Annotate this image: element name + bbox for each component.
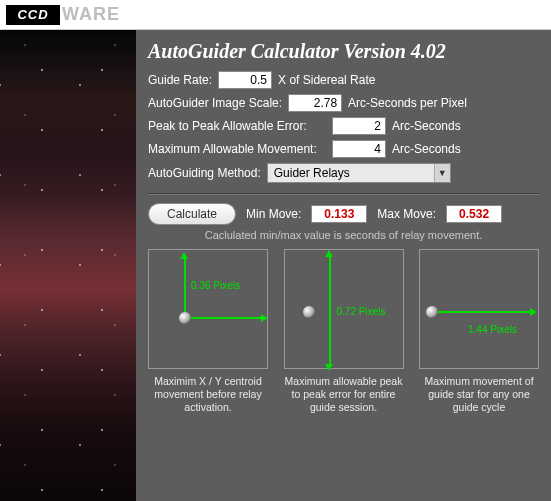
control-panel: AutoGuider Calculator Version 4.02 Guide…: [136, 30, 551, 501]
logo-boxed: CCD: [6, 5, 60, 25]
logo-bar: CCD WARE: [0, 0, 551, 30]
calculate-button[interactable]: Calculate: [148, 203, 236, 225]
nebula-image: [0, 30, 136, 501]
arrow-right-head-icon: [530, 308, 537, 316]
guide-rate-label: Guide Rate:: [148, 73, 212, 87]
arrow-up-head-icon: [180, 252, 188, 259]
chevron-down-icon: ▼: [434, 164, 450, 182]
separator: [148, 193, 539, 195]
page-title: AutoGuider Calculator Version 4.02: [148, 40, 539, 63]
arrow-vert: [329, 256, 331, 364]
arrow-up: [184, 258, 186, 312]
maxmove-input[interactable]: [332, 140, 386, 158]
star-icon: [179, 312, 191, 324]
diagram-a: 0.36 Pixels: [148, 249, 268, 369]
star-icon: [303, 306, 315, 318]
row-max-movement: Maximum Allowable Movement: Arc-Seconds: [148, 140, 539, 158]
guide-rate-suffix: X of Sidereal Rate: [278, 73, 375, 87]
min-move-label: Min Move:: [246, 207, 301, 221]
diagram-a-caption: Maximim X / Y centroid movement before r…: [148, 375, 268, 414]
method-label: AutoGuiding Method:: [148, 166, 261, 180]
p2p-suffix: Arc-Seconds: [392, 119, 461, 133]
image-scale-label: AutoGuider Image Scale:: [148, 96, 282, 110]
guide-rate-input[interactable]: [218, 71, 272, 89]
diagram-c-value: 1.44 Pixels: [468, 324, 517, 335]
max-move-label: Max Move:: [377, 207, 436, 221]
main: AutoGuider Calculator Version 4.02 Guide…: [0, 30, 551, 501]
calc-note: Caclulated min/max value is seconds of r…: [148, 229, 539, 241]
max-move-output: 0.532: [446, 205, 502, 223]
row-method: AutoGuiding Method: Guider Relays ▼: [148, 163, 539, 183]
diagram-c-caption: Maximum movement of guide star for any o…: [419, 375, 539, 414]
p2p-label: Peak to Peak Allowable Error:: [148, 119, 326, 133]
diagrams: 0.36 Pixels Maximim X / Y centroid movem…: [148, 249, 539, 414]
arrow-right: [438, 311, 530, 313]
p2p-input[interactable]: [332, 117, 386, 135]
min-move-output: 0.133: [311, 205, 367, 223]
diagram-c-col: 1.44 Pixels Maximum movement of guide st…: [419, 249, 539, 414]
row-guide-rate: Guide Rate: X of Sidereal Rate: [148, 71, 539, 89]
diagram-b-caption: Maximum allowable peak to peak error for…: [284, 375, 404, 414]
arrow-down-head-icon: [325, 364, 333, 371]
diagram-b: 0.72 Pixels: [284, 249, 404, 369]
diagram-a-value: 0.36 Pixels: [191, 280, 240, 291]
star-icon: [426, 306, 438, 318]
row-image-scale: AutoGuider Image Scale: Arc-Seconds per …: [148, 94, 539, 112]
diagram-b-col: 0.72 Pixels Maximum allowable peak to pe…: [284, 249, 404, 414]
calc-row: Calculate Min Move: 0.133 Max Move: 0.53…: [148, 203, 539, 225]
diagram-b-value: 0.72 Pixels: [337, 306, 386, 317]
method-value: Guider Relays: [274, 166, 350, 180]
diagram-c: 1.44 Pixels: [419, 249, 539, 369]
diagram-a-col: 0.36 Pixels Maximim X / Y centroid movem…: [148, 249, 268, 414]
maxmove-label: Maximum Allowable Movement:: [148, 142, 326, 156]
row-p2p-error: Peak to Peak Allowable Error: Arc-Second…: [148, 117, 539, 135]
logo-rest: WARE: [62, 4, 120, 25]
maxmove-suffix: Arc-Seconds: [392, 142, 461, 156]
arrow-up-head-icon: [325, 250, 333, 257]
arrow-right: [191, 317, 261, 319]
method-select[interactable]: Guider Relays ▼: [267, 163, 451, 183]
image-scale-suffix: Arc-Seconds per Pixel: [348, 96, 467, 110]
arrow-right-head-icon: [261, 314, 268, 322]
image-scale-input[interactable]: [288, 94, 342, 112]
